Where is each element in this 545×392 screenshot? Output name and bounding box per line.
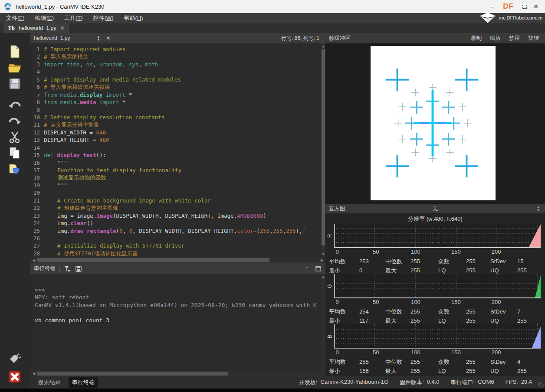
axis-tick-label: 0 [336, 299, 339, 305]
framebuffer-action-2[interactable]: 禁用 [509, 35, 520, 42]
stat-value: 255 [517, 266, 545, 275]
stat-value: 255 [466, 266, 490, 275]
file-selector[interactable]: helloworld_1.py ▲▼ ✕ [30, 35, 110, 41]
scroll-right-icon[interactable]: ▶ [319, 258, 325, 262]
connect-button[interactable] [7, 352, 23, 368]
redo-button[interactable] [7, 114, 23, 130]
stat-value: 0 [359, 266, 385, 275]
axis-tick-label: 100 [411, 349, 420, 356]
code-line: 13DISPLAY_HEIGHT = 480 [30, 136, 325, 144]
menu-widgets[interactable]: 控件(W) [93, 14, 114, 22]
terminal-line: CanMV v1.4.1(based on Micropython e00a14… [35, 301, 325, 309]
undo-icon [7, 98, 22, 113]
stat-label: 最小 [329, 266, 359, 275]
stat-value: 7 [517, 307, 545, 316]
left-toolbar [0, 33, 30, 389]
axis-tick-label: 50 [373, 299, 379, 305]
terminal-line: MPY: soft reboot [35, 294, 325, 301]
status-info-1: 固件版本:0.4.0 [400, 379, 440, 386]
stat-value: 255 [410, 366, 438, 376]
detach-panel-icon[interactable] [315, 266, 321, 271]
stat-value: 4 [517, 357, 545, 366]
minimize-button[interactable]: – [486, 3, 498, 10]
editor-close-icon[interactable]: ✕ [106, 35, 110, 41]
scroll-up-icon[interactable]: ▲ [321, 275, 325, 279]
titlebar: helloworld_1.py - CanMV IDE K230 – DF ✕ [0, 0, 545, 13]
framebuffer-view[interactable] [325, 43, 545, 204]
tab-close-icon[interactable]: ✕ [60, 25, 65, 31]
code-line: 5# Import display and media related modu… [30, 76, 325, 83]
histogram-channels: R050100150200平均数253中位数255众数255StDev15最小0… [325, 224, 545, 375]
framebuffer-action-0[interactable]: 录制 [471, 35, 482, 42]
code-line: 26 [30, 235, 325, 242]
stat-value: 255 [410, 266, 438, 275]
code-line: 27 # Initialize display with ST7701 driv… [30, 242, 325, 249]
axis-tick-label: 200 [492, 248, 501, 255]
terminal-header: 串行终端 ⌃ [30, 263, 325, 274]
collapse-terminal-icon[interactable]: ⌃ [305, 266, 309, 271]
cut-button[interactable] [7, 130, 23, 145]
terminal-horizontal-scrollbar[interactable]: ◀ [30, 371, 325, 376]
stat-label: UQ [490, 266, 517, 275]
code-line: 21 # Create main background image with w… [30, 197, 325, 204]
terminal-output: >>>MPY: soft rebootCanMV v1.4.1(based on… [35, 278, 325, 324]
save-log-icon[interactable] [75, 265, 82, 272]
tab-label: helloworld_1.py [19, 25, 56, 31]
cursor-position: 行号: 86, 列号: 1 [281, 35, 319, 42]
editor-horizontal-scrollbar[interactable]: ◀ ▶ [30, 257, 325, 263]
stat-value: 255 [466, 307, 490, 316]
clear-terminal-icon[interactable] [64, 265, 71, 272]
terminal-line [35, 309, 325, 317]
tab-helloworld[interactable]: Tb helloworld_1.py ✕ [3, 23, 69, 33]
app-window: helloworld_1.py - CanMV IDE K230 – DF ✕ … [0, 0, 545, 392]
new-file-button[interactable] [7, 44, 23, 60]
dfrobot-badge: mc.DFRobot.com.cn [479, 12, 542, 23]
channel-label: B [325, 324, 334, 349]
scroll-left-icon[interactable]: ◀ [31, 372, 36, 376]
menu-tools[interactable]: 工具(T) [64, 14, 83, 22]
scroll-left-icon[interactable]: ◀ [31, 258, 36, 262]
undo-button[interactable] [7, 98, 23, 114]
menu-file[interactable]: 文件(F) [6, 14, 25, 22]
histogram-x-axis: 050100150200 [334, 349, 541, 357]
status-tab-1[interactable]: 串行终端 [69, 377, 98, 388]
close-button[interactable]: ✕ [530, 3, 542, 10]
copy-button[interactable] [7, 146, 23, 161]
stat-label: UQ [490, 316, 517, 325]
dfrobot-emblem-icon [479, 13, 496, 23]
histogram-mode-selector[interactable]: ▲▼ [537, 206, 540, 212]
stop-button[interactable] [7, 369, 23, 385]
stat-label: 最小 [329, 366, 359, 376]
histogram-x-axis: 050100150200 [334, 248, 541, 257]
code-line: 11# 定义显示分辨率常量 [30, 121, 325, 128]
menu-help[interactable]: 帮助(H) [124, 14, 143, 22]
terminal-line: >>> [35, 286, 325, 294]
paste-button[interactable] [7, 162, 23, 177]
scroll-down-icon[interactable]: ▼ [321, 252, 325, 256]
terminal-output-area[interactable]: >>>MPY: soft rebootCanMV v1.4.1(based on… [30, 274, 325, 371]
histogram-stats-row: 平均数254中位数255众数255StDev7 [325, 307, 545, 316]
stat-label: LQ [438, 266, 466, 275]
terminal-title: 串行终端 [34, 265, 56, 272]
framebuffer-action-1[interactable]: 缩放 [490, 35, 501, 42]
stat-label: 平均数 [329, 307, 359, 316]
status-tab-0[interactable]: 搜索结果 [35, 377, 64, 388]
framebuffer-action-3[interactable]: 旋转 [528, 35, 539, 42]
maximize-button[interactable] [519, 3, 530, 10]
resize-grip[interactable] [538, 382, 544, 388]
stat-value: 255 [466, 316, 490, 325]
stat-value: 254 [359, 307, 385, 316]
scroll-up-icon[interactable]: ▲ [321, 44, 325, 48]
code-editor[interactable]: 1# Import required modules2# 导入所需的模块3imp… [30, 43, 325, 257]
menu-edit[interactable]: 编辑(E) [35, 14, 54, 22]
terminal-vertical-scrollbar[interactable]: ▲ [321, 274, 325, 371]
code-line: 12DISPLAY_WIDTH = 640 [30, 129, 325, 136]
code-line: 3import time, os, urandom, sys, math [30, 61, 325, 68]
stat-value: 255 [410, 257, 438, 266]
save-button[interactable] [7, 76, 23, 92]
save-icon [7, 76, 22, 91]
editor-vertical-scrollbar[interactable]: ▲ ▼ [321, 43, 325, 257]
open-file-button[interactable] [7, 60, 23, 76]
stat-value: 255 [517, 366, 545, 376]
file-selector-spinner-icon[interactable]: ▲▼ [97, 35, 100, 41]
